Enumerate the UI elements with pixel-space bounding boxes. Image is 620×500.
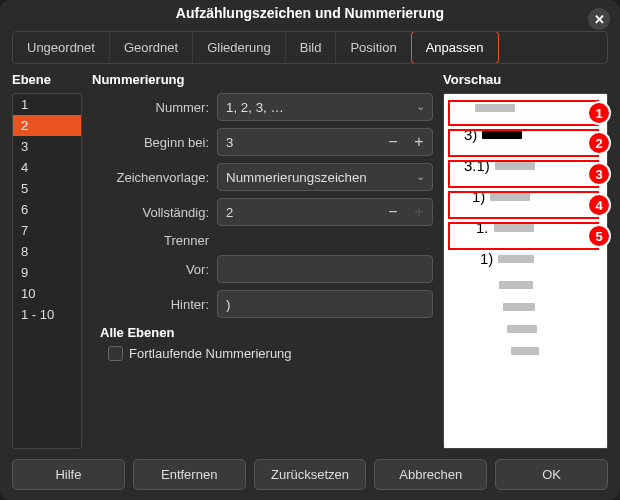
level-item[interactable]: 5 <box>13 178 81 199</box>
preview-text-bar <box>494 224 534 232</box>
titlebar: Aufzählungszeichen und Nummerierung ✕ <box>0 0 620 25</box>
close-icon: ✕ <box>594 12 605 27</box>
start-value: 3 <box>218 135 380 150</box>
tab-bar: UngeordnetGeordnetGliederungBildPosition… <box>12 31 608 64</box>
charstyle-label: Zeichenvorlage: <box>92 170 217 185</box>
preview-pane: 3)3.1)1)1.1)12345 <box>443 93 608 449</box>
level-item[interactable]: 10 <box>13 283 81 304</box>
before-input[interactable] <box>217 255 433 283</box>
level-item[interactable]: 6 <box>13 199 81 220</box>
numbering-header: Nummerierung <box>92 72 433 87</box>
tab-ungeordnet[interactable]: Ungeordnet <box>13 32 110 63</box>
plus-icon[interactable]: + <box>406 199 432 225</box>
remove-button[interactable]: Entfernen <box>133 459 246 490</box>
tab-gliederung[interactable]: Gliederung <box>193 32 286 63</box>
ok-button[interactable]: OK <box>495 459 608 490</box>
consecutive-label: Fortlaufende Nummerierung <box>129 346 292 361</box>
preview-row: 1) <box>452 188 599 205</box>
preview-row: 3) <box>452 126 599 143</box>
number-select[interactable] <box>217 93 433 121</box>
consecutive-checkbox[interactable] <box>108 346 123 361</box>
tab-anpassen[interactable]: Anpassen <box>411 31 499 64</box>
minus-icon[interactable]: − <box>380 129 406 155</box>
tab-geordnet[interactable]: Geordnet <box>110 32 193 63</box>
preview-text-bar <box>499 281 533 289</box>
cancel-button[interactable]: Abbrechen <box>374 459 487 490</box>
complete-spinner[interactable]: 2 − + <box>217 198 433 226</box>
preview-number: 1) <box>472 188 485 205</box>
level-item[interactable]: 1 <box>13 94 81 115</box>
help-button[interactable]: Hilfe <box>12 459 125 490</box>
preview-number: 1) <box>480 250 493 267</box>
preview-row: 3.1) <box>452 157 599 174</box>
alllevels-header: Alle Ebenen <box>100 325 433 340</box>
level-list[interactable]: 123456789101 - 10 <box>12 93 82 449</box>
preview-row <box>452 303 599 311</box>
level-item[interactable]: 1 - 10 <box>13 304 81 325</box>
preview-text-bar <box>475 104 515 112</box>
preview-text-bar <box>498 255 534 263</box>
before-label: Vor: <box>92 262 217 277</box>
number-label: Nummer: <box>92 100 217 115</box>
reset-button[interactable]: Zurücksetzen <box>254 459 367 490</box>
start-label: Beginn bei: <box>92 135 217 150</box>
level-item[interactable]: 2 <box>13 115 81 136</box>
preview-text-bar <box>507 325 537 333</box>
tab-position[interactable]: Position <box>336 32 411 63</box>
after-input[interactable] <box>217 290 433 318</box>
preview-text-bar <box>503 303 535 311</box>
preview-header: Vorschau <box>443 72 608 87</box>
window-title: Aufzählungszeichen und Nummerierung <box>176 5 444 21</box>
preview-text-bar <box>495 162 535 170</box>
preview-row <box>452 104 599 112</box>
preview-text-bar <box>490 193 530 201</box>
tab-bild[interactable]: Bild <box>286 32 337 63</box>
close-button[interactable]: ✕ <box>588 8 610 30</box>
preview-row <box>452 281 599 289</box>
preview-text-bar <box>482 131 522 139</box>
plus-icon[interactable]: + <box>406 129 432 155</box>
start-spinner[interactable]: 3 − + <box>217 128 433 156</box>
level-item[interactable]: 8 <box>13 241 81 262</box>
preview-row <box>452 347 599 355</box>
level-item[interactable]: 3 <box>13 136 81 157</box>
preview-number: 3.1) <box>464 157 490 174</box>
separator-label: Trenner <box>92 233 217 248</box>
minus-icon[interactable]: − <box>380 199 406 225</box>
level-item[interactable]: 7 <box>13 220 81 241</box>
preview-number: 3) <box>464 126 477 143</box>
level-item[interactable]: 9 <box>13 262 81 283</box>
preview-text-bar <box>511 347 539 355</box>
preview-row: 1) <box>452 250 599 267</box>
preview-row <box>452 325 599 333</box>
complete-label: Vollständig: <box>92 205 217 220</box>
level-header: Ebene <box>12 72 82 87</box>
preview-number: 1. <box>476 219 489 236</box>
after-label: Hinter: <box>92 297 217 312</box>
charstyle-select[interactable] <box>217 163 433 191</box>
level-item[interactable]: 4 <box>13 157 81 178</box>
complete-value: 2 <box>218 205 380 220</box>
preview-row: 1. <box>452 219 599 236</box>
